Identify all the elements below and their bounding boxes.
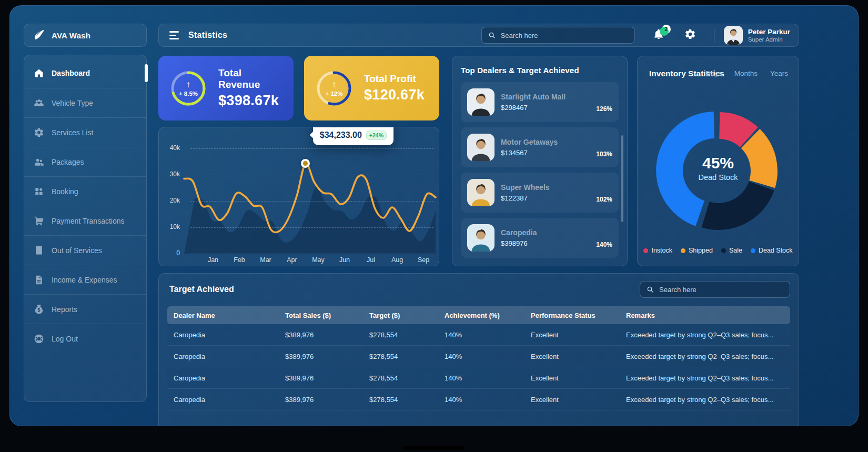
gear-icon <box>684 28 696 40</box>
sidebar-item-label: Services List <box>52 128 93 137</box>
sidebar-item-payment-transactions[interactable]: Payment Transactions <box>24 206 146 235</box>
col-performance: Performance Status <box>531 312 626 319</box>
grid-line <box>190 227 433 228</box>
dealer-percent: 102% <box>596 196 612 203</box>
receipt-icon <box>34 245 44 256</box>
scrollbar-thumb[interactable] <box>621 135 623 222</box>
dealer-name: Motor Getaways <box>501 138 590 146</box>
tab-years[interactable]: Years <box>770 69 788 77</box>
y-axis-tick: 0 <box>162 249 180 257</box>
revenue-change: + 8.5% <box>179 91 198 97</box>
cell-target: $278,554 <box>369 331 445 339</box>
table-row[interactable]: Caropedia$389,976$278,554140%ExcellentEx… <box>167 367 790 389</box>
booking-grid-icon <box>34 186 44 197</box>
revenue-label: Total Revenue <box>218 67 284 91</box>
top-dealers-title: Top Dealers & Target Achieved <box>461 66 619 75</box>
table-header-row: Dealer Name Total Sales ($) Target ($) A… <box>167 306 790 324</box>
user-name: Peter Parkur <box>748 28 790 37</box>
dealer-item-motor-getaways[interactable]: Motor Getaways$134567103% <box>461 127 619 167</box>
cell-dealer-name: Caropedia <box>174 353 285 360</box>
legend-sale: Sale <box>721 247 742 254</box>
packages-users-icon <box>34 157 44 167</box>
cell-performance-status: Excellent <box>531 353 626 360</box>
cell-performance-status: Excellent <box>531 331 626 339</box>
chart-tooltip: June, 2024 Sales $34,233.00 +24% <box>313 127 393 145</box>
y-axis-tick: 10k <box>162 223 180 230</box>
sidebar-item-label: Log Out <box>52 335 78 343</box>
x-axis-tick: Mar <box>260 256 271 264</box>
sales-line-chart: JanFebMarAprMayJunJulAugSepOct June, 202… <box>158 127 439 266</box>
x-axis-tick: Sep <box>418 256 429 264</box>
col-target: Target ($) <box>369 312 445 319</box>
dealer-name: Super Wheels <box>501 183 590 192</box>
user-profile[interactable]: Peter Parkur Super Admin <box>724 26 790 45</box>
sidebar-item-vehicle-type[interactable]: Vehicle Type <box>24 88 146 117</box>
dealer-amount: $298467 <box>501 104 590 112</box>
table-row[interactable]: Caropedia$389,976$278,554140%ExcellentEx… <box>167 389 790 410</box>
tab-days[interactable]: Days <box>705 69 722 77</box>
user-role: Super Admin <box>748 36 790 43</box>
inventory-range-tabs: Days Months Years <box>705 69 788 77</box>
grid-line <box>190 254 433 254</box>
cell-total-sales: $389,976 <box>285 374 369 382</box>
legend-label: Sale <box>729 247 742 254</box>
cell-performance-status: Excellent <box>531 396 626 404</box>
table-row[interactable]: Caropedia$389,976$278,554140%ExcellentEx… <box>167 346 790 367</box>
sidebar-item-label: Payment Transactions <box>52 217 125 225</box>
cell-target: $278,554 <box>369 374 445 382</box>
sidebar-item-reports[interactable]: Reports <box>24 294 146 324</box>
legend-dot <box>681 248 685 253</box>
table-row[interactable]: Caropedia$389,976$278,554140%ExcellentEx… <box>167 324 790 346</box>
sidebar-item-label: Reports <box>52 305 77 314</box>
table-title: Target Achieved <box>169 285 234 294</box>
x-axis-tick: Jan <box>208 256 218 264</box>
home-icon <box>34 68 44 78</box>
cell-target: $278,554 <box>369 353 445 360</box>
dealer-percent: 126% <box>596 105 612 113</box>
sidebar-item-booking[interactable]: Booking <box>24 176 146 206</box>
chart-x-axis: JanFebMarAprMayJunJulAugSepOct <box>184 256 436 266</box>
topbar: Statistics 2 Peter Parkur Super Adm <box>158 24 799 47</box>
legend-dot <box>751 248 755 253</box>
col-total-sales: Total Sales ($) <box>285 312 369 319</box>
tab-months[interactable]: Months <box>734 69 758 77</box>
settings-button[interactable] <box>684 28 698 42</box>
sidebar-item-dashboard[interactable]: Dashboard <box>24 58 146 88</box>
global-search[interactable] <box>481 27 635 44</box>
sidebar-item-income-expenses[interactable]: Income & Expenses <box>24 265 146 294</box>
table-search[interactable] <box>640 281 790 298</box>
legend-shipped: Shipped <box>681 247 713 254</box>
dealer-item-super-wheels[interactable]: Super Wheels$122387102% <box>461 173 619 213</box>
services-gear-icon <box>34 127 44 138</box>
col-remarks: Remarks <box>626 312 784 319</box>
dealer-item-starlight-auto-mall[interactable]: Starlight Auto Mall$298467126% <box>461 82 619 122</box>
inventory-statistics-card: Inventory Statistics Days Months Years 4… <box>637 56 799 266</box>
sidebar-item-out-of-services[interactable]: Out of Services <box>24 235 146 265</box>
x-axis-tick: May <box>312 256 325 264</box>
profit-change: + 12% <box>326 91 343 97</box>
arrow-up-icon: ↑ <box>332 80 337 89</box>
legend-label: Shipped <box>689 247 713 254</box>
dealer-percent: 140% <box>596 241 612 248</box>
search-input[interactable] <box>500 31 628 40</box>
notifications-button[interactable]: 2 <box>653 28 667 42</box>
top-dealers-card: Top Dealers & Target Achieved Starlight … <box>452 56 628 266</box>
x-axis-tick: Apr <box>287 256 297 264</box>
col-achievement: Achievement (%) <box>445 312 531 319</box>
table-search-input[interactable] <box>658 285 783 294</box>
dealer-item-caropedia[interactable]: Caropedia$398976140% <box>461 218 619 258</box>
document-icon <box>34 275 44 285</box>
y-axis-tick: 40k <box>162 144 180 152</box>
menu-hamburger-icon[interactable] <box>169 31 180 39</box>
sidebar-item-label: Packages <box>52 158 84 166</box>
sidebar-item-label: Booking <box>52 187 78 196</box>
legend-instock: Instock <box>643 247 672 254</box>
sidebar-item-services-list[interactable]: Services List <box>24 117 146 147</box>
tooltip-change-badge: +24% <box>366 130 387 140</box>
legend-label: Instock <box>651 247 672 254</box>
legend-dead-stock: Dead Stock <box>751 247 793 254</box>
sidebar-item-packages[interactable]: Packages <box>24 147 146 176</box>
sidebar-item-log-out[interactable]: Log Out <box>24 324 146 353</box>
cell-total-sales: $389,976 <box>285 396 369 404</box>
inventory-donut-chart <box>638 88 800 251</box>
